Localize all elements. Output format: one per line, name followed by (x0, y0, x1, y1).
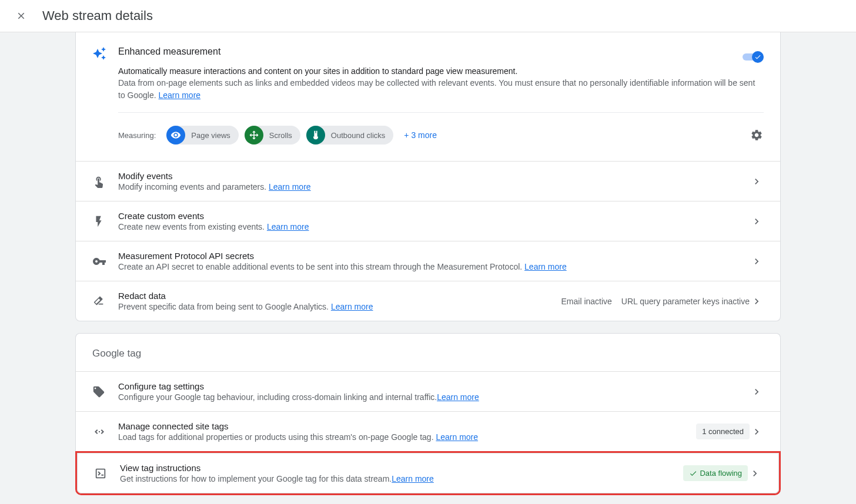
redact-desc: Prevent specific data from being sent to… (118, 302, 554, 311)
connected-badge: 1 connected (696, 424, 750, 439)
custom-learn-link[interactable]: Learn more (267, 222, 309, 231)
instructions-desc: Get instructions for how to implement yo… (120, 474, 676, 483)
enhanced-subtitle: Automatically measure interactions and c… (118, 66, 764, 76)
page-title: Web stream details (42, 8, 153, 23)
connected-desc: Load tags for additional properties or p… (118, 432, 689, 442)
row-view-tag-instructions[interactable]: View tag instructions Get instructions f… (78, 453, 778, 493)
chip-scrolls: Scrolls (245, 126, 300, 145)
chevron-right-icon (748, 466, 762, 481)
row-modify-events[interactable]: Modify events Modify incoming events and… (76, 161, 780, 201)
check-icon (689, 469, 697, 478)
page-header: Web stream details (0, 0, 856, 32)
enhanced-toggle[interactable] (743, 51, 764, 63)
google-tag-panel: Google tag Configure tag settings Config… (75, 333, 781, 451)
connected-title: Manage connected site tags (118, 421, 689, 431)
chip-outbound-label: Outbound clicks (325, 131, 386, 140)
redact-status-url: URL query parameter keys inactive (621, 297, 750, 306)
tag-icon (92, 385, 111, 398)
enhanced-measurement-section: Enhanced measurement Automatically measu… (76, 32, 780, 161)
connected-learn-link[interactable]: Learn more (436, 432, 478, 442)
chevron-right-icon (750, 214, 764, 229)
chip-page-views: Page views (166, 126, 238, 145)
modify-title: Modify events (118, 171, 750, 181)
measuring-row: Measuring: Page views Scrolls (118, 112, 764, 145)
modify-icon (92, 175, 111, 188)
chip-outbound: Outbound clicks (306, 126, 394, 145)
configure-learn-link[interactable]: Learn more (437, 392, 479, 402)
custom-title: Create custom events (118, 211, 750, 221)
enhanced-description: Data from on-page elements such as links… (118, 77, 764, 102)
eye-icon (166, 126, 185, 145)
instructions-learn-link[interactable]: Learn more (392, 474, 434, 483)
chip-scrolls-label: Scrolls (263, 131, 292, 140)
highlight-annotation: View tag instructions Get instructions f… (75, 451, 781, 495)
chevron-right-icon (750, 425, 764, 439)
chevron-right-icon (750, 294, 764, 308)
key-icon (92, 254, 111, 268)
enhanced-learn-more-link[interactable]: Learn more (159, 90, 201, 100)
chip-page-views-label: Page views (185, 131, 230, 140)
row-redact-data[interactable]: Redact data Prevent specific data from b… (76, 281, 780, 321)
secrets-learn-link[interactable]: Learn more (524, 262, 567, 271)
events-panel: Enhanced measurement Automatically measu… (75, 32, 781, 321)
chevron-right-icon (750, 254, 764, 268)
google-tag-header: Google tag (76, 334, 780, 371)
sparkle-icon (92, 46, 111, 145)
custom-desc: Create new events from existing events. … (118, 222, 750, 231)
mouse-icon (306, 126, 325, 145)
redact-title: Redact data (118, 291, 554, 301)
redact-learn-link[interactable]: Learn more (331, 302, 373, 311)
modify-learn-link[interactable]: Learn more (269, 182, 311, 191)
redact-status-email: Email inactive (561, 297, 611, 306)
chevron-right-icon (750, 385, 764, 399)
scroll-icon (245, 126, 263, 145)
row-connected-tags[interactable]: Manage connected site tags Load tags for… (76, 411, 780, 451)
secrets-desc: Create an API secret to enable additiona… (118, 262, 750, 271)
chevron-right-icon (750, 174, 764, 189)
custom-events-icon (92, 215, 111, 228)
more-measurements-link[interactable]: + 3 more (404, 130, 437, 140)
row-api-secrets[interactable]: Measurement Protocol API secrets Create … (76, 241, 780, 281)
row-custom-events[interactable]: Create custom events Create new events f… (76, 201, 780, 241)
configure-desc: Configure your Google tag behaviour, inc… (118, 392, 750, 402)
check-icon (752, 51, 764, 63)
secrets-title: Measurement Protocol API secrets (118, 251, 750, 261)
enhanced-title: Enhanced measurement (118, 46, 764, 57)
measuring-label: Measuring: (118, 131, 156, 140)
code-icon (92, 425, 111, 439)
instructions-icon (94, 467, 113, 480)
gear-icon[interactable] (750, 128, 764, 142)
row-configure-tag[interactable]: Configure tag settings Configure your Go… (76, 371, 780, 411)
eraser-icon (92, 295, 111, 308)
modify-desc: Modify incoming events and parameters. L… (118, 182, 750, 191)
instructions-title: View tag instructions (120, 463, 676, 473)
configure-title: Configure tag settings (118, 381, 750, 391)
close-icon[interactable] (14, 9, 28, 23)
data-flowing-badge: Data flowing (683, 465, 748, 481)
content-area: Enhanced measurement Automatically measu… (0, 32, 856, 504)
